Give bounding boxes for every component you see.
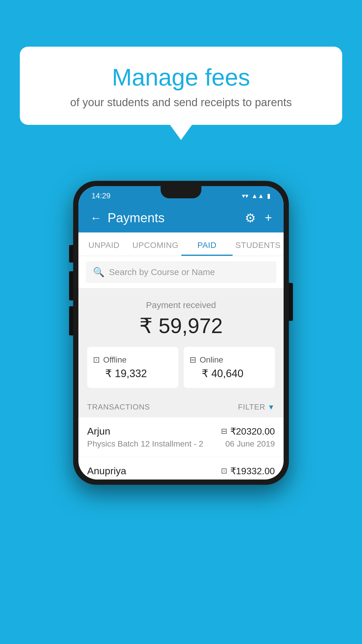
payment-received-label: Payment received bbox=[87, 300, 275, 310]
transaction-bottom: Physics Batch 12 Installment - 2 06 June… bbox=[87, 439, 275, 449]
payment-total-amount: ₹ 59,972 bbox=[87, 314, 275, 338]
search-input[interactable]: Search by Course or Name bbox=[109, 267, 215, 277]
offline-amount: ₹ 19,332 bbox=[93, 368, 173, 380]
header-right: ⚙ + bbox=[245, 211, 272, 225]
tab-upcoming[interactable]: UPCOMING bbox=[129, 232, 181, 256]
app-header: ← Payments ⚙ + bbox=[78, 203, 284, 232]
side-button-power bbox=[69, 245, 73, 262]
add-icon[interactable]: + bbox=[265, 211, 272, 225]
side-button-vol-up bbox=[69, 271, 73, 300]
notch bbox=[161, 186, 201, 198]
speech-bubble-title: Manage fees bbox=[34, 64, 328, 90]
filter-button[interactable]: FILTER ▼ bbox=[238, 402, 275, 412]
online-label: Online bbox=[200, 355, 223, 365]
side-button-vol-down bbox=[69, 306, 73, 335]
signal-icon: ▲▲ bbox=[251, 192, 264, 200]
transaction-date: 06 June 2019 bbox=[225, 439, 275, 449]
phone-outer: 14:29 ▾▾ ▲▲ ▮ ← Payments ⚙ + bbox=[73, 181, 289, 485]
transaction-name: Anupriya bbox=[87, 465, 126, 477]
transaction-amount-wrap: ⊟ ₹20320.00 bbox=[221, 426, 275, 437]
transaction-amount-wrap: ⊡ ₹19332.00 bbox=[221, 466, 275, 477]
search-icon: 🔍 bbox=[93, 267, 105, 278]
tab-bar: UNPAID UPCOMING PAID STUDENTS bbox=[78, 232, 284, 256]
tab-unpaid[interactable]: UNPAID bbox=[78, 232, 129, 256]
table-row[interactable]: Anupriya ⊡ ₹19332.00 bbox=[78, 457, 284, 480]
phone-screen: 14:29 ▾▾ ▲▲ ▮ ← Payments ⚙ + bbox=[78, 186, 284, 480]
filter-label: FILTER bbox=[238, 402, 266, 412]
wifi-icon: ▾▾ bbox=[242, 192, 248, 200]
cash-icon: ⊡ bbox=[93, 355, 100, 365]
search-container: 🔍 Search by Course or Name bbox=[78, 256, 284, 288]
settings-icon[interactable]: ⚙ bbox=[245, 211, 256, 225]
battery-icon: ▮ bbox=[267, 192, 270, 200]
transaction-course: Physics Batch 12 Installment - 2 bbox=[87, 439, 203, 449]
filter-icon: ▼ bbox=[268, 403, 275, 411]
tab-paid[interactable]: PAID bbox=[181, 232, 232, 256]
payment-cards: ⊡ Offline ₹ 19,332 ⊟ Online ₹ 40,640 bbox=[87, 347, 275, 388]
phone: 14:29 ▾▾ ▲▲ ▮ ← Payments ⚙ + bbox=[73, 181, 289, 485]
online-amount: ₹ 40,640 bbox=[189, 368, 269, 380]
transactions-header: TRANSACTIONS FILTER ▼ bbox=[78, 397, 284, 417]
transaction-top: Arjun ⊟ ₹20320.00 bbox=[87, 426, 275, 437]
status-bar: 14:29 ▾▾ ▲▲ ▮ bbox=[78, 186, 284, 203]
transaction-top: Anupriya ⊡ ₹19332.00 bbox=[87, 465, 275, 477]
search-bar[interactable]: 🔍 Search by Course or Name bbox=[86, 261, 276, 283]
speech-bubble-subtitle: of your students and send receipts to pa… bbox=[34, 96, 328, 109]
transaction-amount: ₹20320.00 bbox=[230, 426, 275, 437]
side-button-right bbox=[289, 283, 293, 321]
transaction-amount: ₹19332.00 bbox=[230, 466, 275, 477]
back-button[interactable]: ← bbox=[90, 212, 102, 224]
table-row[interactable]: Arjun ⊟ ₹20320.00 Physics Batch 12 Insta… bbox=[78, 417, 284, 457]
page-title: Payments bbox=[108, 211, 165, 225]
cash-payment-icon: ⊡ bbox=[221, 466, 227, 475]
online-card: ⊟ Online ₹ 40,640 bbox=[184, 347, 275, 388]
card-icon: ⊟ bbox=[189, 355, 196, 365]
transaction-name: Arjun bbox=[87, 426, 110, 437]
payment-summary: Payment received ₹ 59,972 ⊡ Offline ₹ 19… bbox=[78, 288, 284, 397]
status-icons: ▾▾ ▲▲ ▮ bbox=[242, 192, 270, 200]
card-payment-icon: ⊟ bbox=[221, 427, 227, 436]
tab-students[interactable]: STUDENTS bbox=[233, 232, 284, 256]
offline-label: Offline bbox=[103, 355, 126, 365]
online-card-header: ⊟ Online bbox=[189, 355, 269, 365]
offline-card-header: ⊡ Offline bbox=[93, 355, 173, 365]
speech-bubble: Manage fees of your students and send re… bbox=[20, 47, 342, 125]
offline-card: ⊡ Offline ₹ 19,332 bbox=[87, 347, 178, 388]
header-left: ← Payments bbox=[90, 211, 165, 225]
transactions-label: TRANSACTIONS bbox=[87, 402, 150, 412]
status-time: 14:29 bbox=[92, 191, 110, 200]
